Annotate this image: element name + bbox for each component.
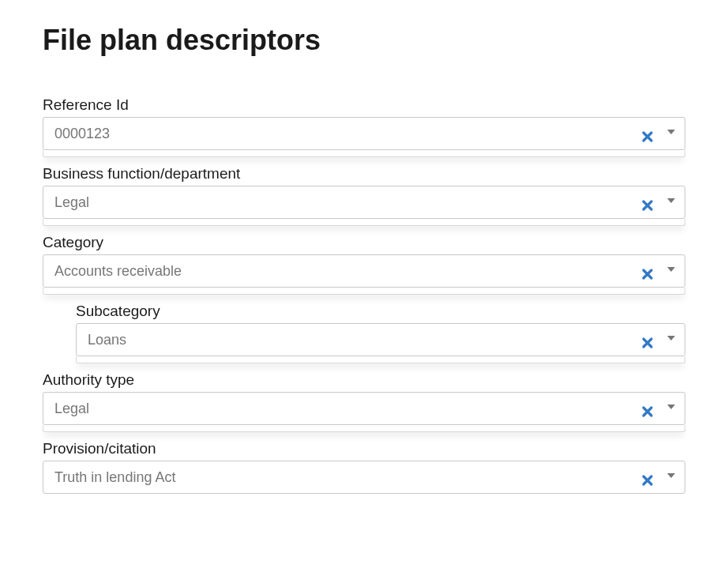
combo-business-function[interactable]: Legal (43, 186, 685, 219)
chevron-down-icon (667, 262, 675, 274)
label-reference-id: Reference Id (43, 96, 685, 114)
combo-authority-type-value: Legal (54, 401, 626, 417)
chevron-down-icon (667, 400, 675, 412)
close-icon (641, 337, 654, 352)
chevron-down-icon (667, 331, 675, 343)
close-icon (641, 130, 654, 145)
dropdown-category-button[interactable] (664, 261, 678, 275)
chevron-down-icon (667, 125, 675, 137)
label-provision: Provision/citation (43, 440, 685, 457)
combo-business-function-value: Legal (54, 194, 626, 211)
field-category: Category Accounts receivable (43, 234, 685, 295)
field-business-function: Business function/department Legal (43, 165, 685, 226)
clear-reference-id-button[interactable] (640, 130, 655, 145)
clear-category-button[interactable] (640, 268, 655, 282)
dropdown-business-function-button[interactable] (664, 192, 678, 206)
combo-category-value: Accounts receivable (54, 263, 626, 280)
combo-authority-type[interactable]: Legal (43, 392, 685, 425)
combo-provision-value: Truth in lending Act (54, 469, 626, 486)
clear-provision-button[interactable] (640, 474, 655, 488)
dropdown-reference-id-button[interactable] (664, 123, 678, 137)
combo-provision[interactable]: Truth in lending Act (43, 461, 685, 494)
combo-subcategory-value: Loans (88, 332, 626, 348)
combo-reference-id[interactable]: 0000123 (43, 117, 685, 150)
combo-reference-id-value: 0000123 (54, 126, 626, 142)
close-icon (641, 199, 654, 214)
underbar (43, 219, 685, 226)
dropdown-provision-button[interactable] (664, 467, 678, 481)
label-business-function: Business function/department (43, 165, 685, 183)
dropdown-authority-type-button[interactable] (664, 398, 678, 412)
clear-authority-type-button[interactable] (640, 405, 655, 420)
chevron-down-icon (667, 194, 675, 205)
label-category: Category (43, 234, 685, 251)
clear-business-function-button[interactable] (640, 199, 655, 213)
underbar (76, 356, 685, 363)
chevron-down-icon (667, 469, 675, 480)
combo-subcategory[interactable]: Loans (76, 323, 685, 356)
dropdown-subcategory-button[interactable] (664, 329, 678, 344)
close-icon (641, 405, 654, 420)
field-authority-type: Authority type Legal (43, 371, 685, 432)
underbar (43, 150, 685, 157)
field-provision: Provision/citation Truth in lending Act (43, 440, 685, 494)
label-subcategory: Subcategory (76, 303, 685, 320)
close-icon (641, 268, 654, 283)
field-reference-id: Reference Id 0000123 (43, 96, 685, 157)
underbar (43, 425, 685, 432)
label-authority-type: Authority type (43, 371, 685, 389)
combo-category[interactable]: Accounts receivable (43, 254, 685, 288)
underbar (43, 288, 685, 295)
field-subcategory: Subcategory Loans (76, 303, 685, 363)
close-icon (641, 474, 654, 489)
page-title: File plan descriptors (43, 24, 685, 57)
clear-subcategory-button[interactable] (640, 337, 655, 351)
